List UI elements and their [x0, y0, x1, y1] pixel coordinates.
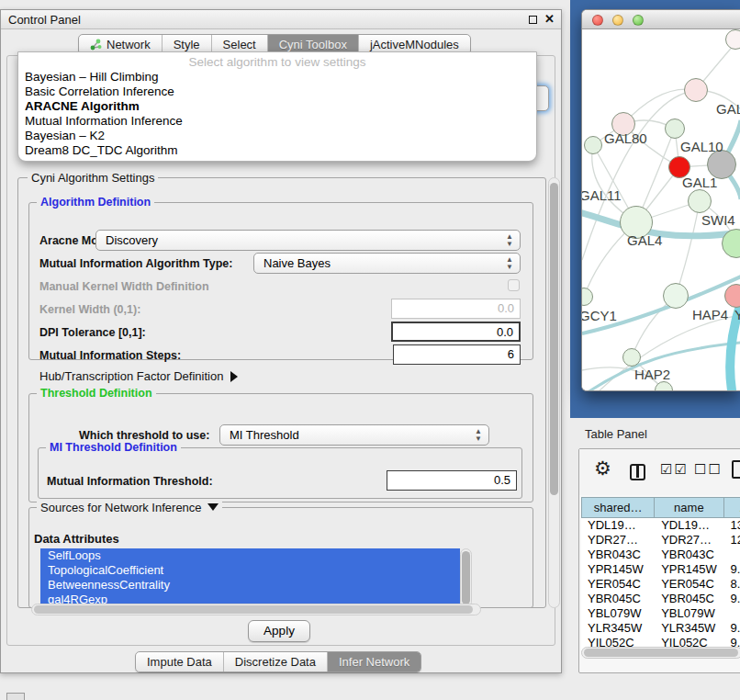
table-row[interactable]: YDL19…YDL19…13: [581, 518, 740, 533]
table-row[interactable]: YDR27…YDR27…12: [581, 533, 740, 548]
table-panel-title: Table Panel: [585, 427, 647, 441]
network-window-titlebar[interactable]: [582, 10, 740, 29]
cyni-task-tab-bar: Impute DataDiscretize DataInfer Network: [135, 651, 421, 672]
network-node-label: GCY1: [582, 308, 617, 323]
table-horizontal-scrollbar[interactable]: [581, 647, 740, 659]
mi-threshold-title: MI Threshold Definition: [46, 441, 181, 454]
table-row[interactable]: YBL079WYBL079W: [581, 606, 740, 621]
network-node[interactable]: [684, 78, 708, 102]
gear-icon[interactable]: ⚙: [594, 457, 611, 480]
network-view-window: GALGAL80GAL10GAL1GAL11SWI4GAL4GCY1HAP4YH…: [581, 9, 740, 391]
hub-definition-label: Hub/Transcription Factor Definition: [39, 369, 223, 383]
algorithm-option[interactable]: Bayesian – K2: [18, 129, 536, 143]
network-node[interactable]: [665, 119, 685, 139]
algorithm-option[interactable]: Basic Correlation Inference: [18, 85, 536, 99]
attribute-list-item[interactable]: SelfLoops: [40, 548, 460, 563]
network-node-label: GAL11: [582, 187, 622, 203]
manual-kernel-width-label: Manual Kernel Width Definition: [39, 280, 209, 293]
settings-scrollbar-thumb[interactable]: [550, 183, 558, 495]
table-cell: YER054C: [581, 577, 655, 592]
control-panel-window: Control Panel ✕ NetworkStyleSelectCyni T…: [0, 9, 562, 673]
minimize-traffic-light-icon[interactable]: [612, 15, 623, 26]
table-cell: YBR043C: [581, 548, 655, 562]
table-row[interactable]: YBR045CYBR045C9.: [581, 592, 740, 606]
attributes-vertical-scrollbar[interactable]: [460, 548, 472, 608]
network-node-label: HAP2: [634, 367, 670, 382]
data-attributes-label: Data Attributes: [34, 532, 119, 546]
mi-threshold-label: Mutual Information Threshold:: [47, 475, 213, 488]
close-traffic-light-icon[interactable]: [592, 15, 603, 26]
table-row[interactable]: YLR345WYLR345W9.: [581, 621, 740, 636]
attributes-horizontal-scrollbar[interactable]: [31, 604, 481, 615]
collapsed-arrow-icon: [230, 371, 238, 382]
table-cell: 8.: [723, 577, 740, 592]
bottom-tab-infer-network[interactable]: Infer Network: [327, 652, 420, 672]
control-panel-titlebar[interactable]: Control Panel ✕: [1, 10, 561, 29]
algorithm-option[interactable]: ARACNE Algorithm: [18, 99, 536, 114]
bottom-tab-discretize-data[interactable]: Discretize Data: [223, 652, 327, 672]
algorithm-option[interactable]: Dream8 DC_TDC Algorithm: [18, 143, 536, 158]
network-node[interactable]: [725, 29, 740, 50]
deselect-all-checkboxes-icon[interactable]: ☐☐: [694, 461, 723, 478]
bottom-tab-impute-data[interactable]: Impute Data: [136, 652, 223, 672]
table-cell: YBR043C: [655, 548, 723, 562]
columns-icon[interactable]: [630, 464, 645, 480]
mi-steps-field[interactable]: 6: [393, 344, 521, 365]
network-node[interactable]: [663, 283, 689, 309]
network-node-label: GAL80: [604, 130, 647, 146]
algorithm-dropdown-placeholder: Select algorithm to view settings: [18, 52, 536, 70]
new-table-icon[interactable]: [732, 460, 740, 479]
table-cell: YER054C: [655, 577, 723, 592]
settings-vertical-scrollbar[interactable]: [548, 177, 560, 608]
mi-algorithm-type-select[interactable]: Naive Bayes ▲▼: [253, 253, 521, 274]
table-row[interactable]: YBR043CYBR043C: [581, 548, 740, 562]
table-cell: YBL079W: [655, 606, 723, 621]
table-cell: 12: [723, 533, 740, 548]
which-threshold-select[interactable]: MI Threshold ▲▼: [219, 424, 489, 446]
algorithm-dropdown-popup: Select algorithm to view settings Bayesi…: [17, 51, 537, 162]
select-all-checkboxes-icon[interactable]: ☑☑: [660, 461, 689, 478]
apply-button[interactable]: Apply: [248, 620, 310, 642]
aracne-mode-value: Discovery: [106, 233, 158, 247]
mi-threshold-field[interactable]: 0.5: [387, 470, 517, 491]
aracne-mode-select[interactable]: Discovery ▲▼: [95, 230, 521, 251]
table-row[interactable]: YER054CYER054C8.: [581, 577, 740, 592]
algorithm-option[interactable]: Bayesian – Hill Climbing: [18, 70, 536, 85]
data-attributes-list[interactable]: SelfLoopsTopologicalCoefficientBetweenne…: [40, 548, 460, 608]
close-icon[interactable]: ✕: [544, 12, 555, 26]
kernel-width-label: Kernel Width (0,1):: [39, 303, 140, 316]
sources-group-title[interactable]: Sources for Network Inference: [37, 501, 222, 514]
settings-group-title: Cyni Algorithm Settings: [28, 171, 158, 185]
zoom-traffic-light-icon[interactable]: [633, 15, 644, 26]
table-column-header[interactable]: shared…: [581, 497, 655, 518]
float-window-icon[interactable]: [529, 16, 537, 24]
algorithm-option[interactable]: Mutual Information Inference: [18, 114, 536, 129]
table-cell: YBR045C: [655, 592, 723, 606]
table-horizontal-scrollbar-thumb[interactable]: [584, 649, 738, 657]
hub-definition-toggle[interactable]: Hub/Transcription Factor Definition: [39, 369, 238, 383]
table-cell: YDR27…: [655, 533, 723, 548]
kernel-width-field[interactable]: 0.0: [391, 299, 521, 319]
attribute-list-item[interactable]: BetweennessCentrality: [40, 578, 460, 593]
network-node[interactable]: [688, 189, 712, 213]
stepper-arrows-icon: ▲▼: [475, 428, 482, 443]
dpi-tolerance-field[interactable]: 0.0: [391, 322, 521, 342]
network-node[interactable]: [622, 348, 641, 367]
mi-type-value: Naive Bayes: [263, 256, 331, 270]
network-node[interactable]: [584, 136, 602, 154]
attribute-list-item[interactable]: TopologicalCoefficient: [40, 563, 460, 578]
attributes-horizontal-scrollbar-thumb[interactable]: [34, 605, 473, 614]
table-cell: YLR345W: [655, 621, 723, 636]
attributes-scrollbar-thumb[interactable]: [462, 551, 470, 604]
network-node-label: Y: [734, 307, 740, 322]
table-column-header[interactable]: name: [655, 497, 723, 518]
table-row[interactable]: YPR145WYPR145W9.: [581, 562, 740, 577]
table-column-header[interactable]: A: [724, 497, 740, 518]
algorithm-definition-title: Algorithm Definition: [37, 196, 154, 209]
table-cell: YDL19…: [581, 518, 655, 533]
network-canvas[interactable]: GALGAL80GAL10GAL1GAL11SWI4GAL4GCY1HAP4YH…: [582, 29, 740, 391]
network-node-label: GAL1: [682, 175, 717, 190]
tab-label: Style: [174, 38, 200, 51]
manual-kernel-width-checkbox[interactable]: [508, 279, 520, 291]
bottom-panel-widget[interactable]: [6, 693, 25, 700]
